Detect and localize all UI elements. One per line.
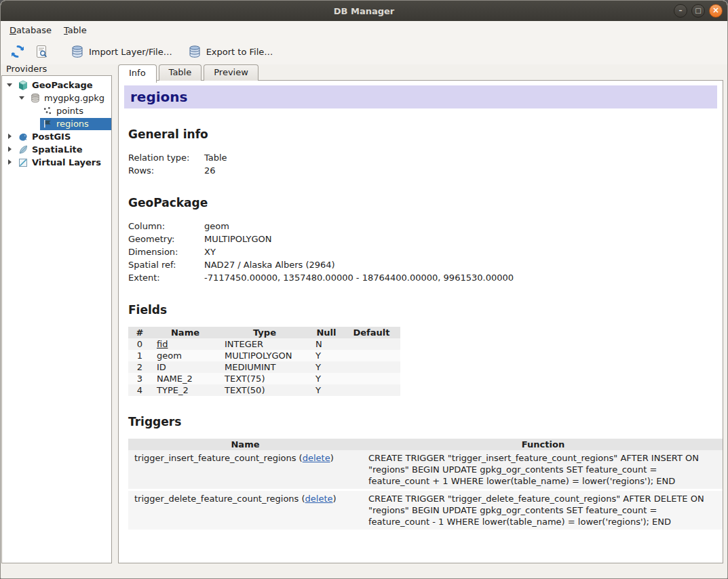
tree-item-label: mygpkg.gpkg xyxy=(44,93,104,103)
kv-value: NAD27 / Alaska Albers (2964) xyxy=(204,258,335,271)
triggers-header-row: Name Function xyxy=(128,439,723,450)
kv-value: Table xyxy=(204,151,227,164)
field-null: N xyxy=(310,338,343,350)
kv-row: Geometry: MULTIPOLYGON xyxy=(128,233,717,245)
refresh-icon xyxy=(9,43,26,60)
minimize-button[interactable]: – xyxy=(674,4,687,18)
field-row: 0 fid INTEGER N xyxy=(128,338,400,350)
expander-collapsed-icon[interactable] xyxy=(6,146,14,153)
tree-item-spatialite[interactable]: SpatiaLite xyxy=(2,143,111,156)
menu-table[interactable]: Table xyxy=(58,22,93,38)
providers-tree: GeoPackage mygpkg.gpkg xyxy=(1,75,112,563)
tab-info-label: Info xyxy=(129,68,146,78)
field-row: 1 geom MULTIPOLYGON Y xyxy=(128,350,400,361)
kv-label: Extent: xyxy=(128,271,204,284)
field-type: TEXT(50) xyxy=(219,384,310,396)
maximize-icon: □ xyxy=(695,7,701,14)
kv-value: MULTIPOLYGON xyxy=(204,233,272,245)
fields-heading: Fields xyxy=(128,303,717,317)
field-num: 0 xyxy=(128,338,151,350)
database-icon xyxy=(30,93,41,103)
field-null: Y xyxy=(310,373,343,384)
trigger-delete-link[interactable]: delete xyxy=(305,494,333,504)
db-manager-window: DB Manager – □ × Database Table xyxy=(0,0,728,579)
tree-item-label: PostGIS xyxy=(32,132,71,142)
kv-label: Dimension: xyxy=(128,245,204,258)
field-num: 3 xyxy=(128,373,151,384)
sql-window-icon xyxy=(35,45,49,59)
maximize-button[interactable]: □ xyxy=(691,4,705,18)
spatialite-icon xyxy=(18,144,28,155)
trigger-name: trigger_insert_feature_count_regions xyxy=(134,453,296,463)
kv-label: Relation type: xyxy=(128,151,204,164)
kv-value: geom xyxy=(204,220,229,233)
fields-table: # Name Type Null Default 0 fid INTEGER N… xyxy=(128,327,400,396)
field-num: 4 xyxy=(128,384,151,396)
minimize-icon: – xyxy=(679,7,683,14)
tree-item-postgis[interactable]: PostGIS xyxy=(2,130,111,143)
general-info-heading: General info xyxy=(128,127,717,141)
fields-col-name: Name xyxy=(151,327,219,338)
close-button[interactable]: × xyxy=(709,4,723,18)
field-default xyxy=(343,384,400,396)
tree-item-mygpkg[interactable]: mygpkg.gpkg xyxy=(2,92,111,104)
geopackage-heading: GeoPackage xyxy=(128,196,717,209)
expander-open-icon[interactable] xyxy=(6,81,14,89)
menu-database[interactable]: Database xyxy=(3,22,58,38)
tab-info[interactable]: Info xyxy=(118,64,157,83)
kv-value: XY xyxy=(204,245,216,258)
menu-database-rest: atabase xyxy=(16,25,52,35)
export-file-button[interactable]: Export to File… xyxy=(182,42,280,61)
field-num: 2 xyxy=(128,361,151,373)
menu-table-rest: able xyxy=(68,25,87,35)
expander-collapsed-icon[interactable] xyxy=(6,133,14,140)
field-null: Y xyxy=(310,384,343,396)
trigger-delete-link[interactable]: delete xyxy=(303,453,330,463)
sql-window-button[interactable] xyxy=(31,41,52,62)
field-type: MULTIPOLYGON xyxy=(219,350,310,361)
tree-item-geopackage[interactable]: GeoPackage xyxy=(2,79,111,92)
tab-table[interactable]: Table xyxy=(159,64,202,81)
postgis-icon xyxy=(18,132,28,142)
titlebar[interactable]: DB Manager – □ × xyxy=(1,1,727,21)
field-type: INTEGER xyxy=(219,338,310,350)
tree-item-points[interactable]: points xyxy=(2,104,111,117)
kv-row: Spatial ref: NAD27 / Alaska Albers (2964… xyxy=(128,258,717,271)
paren-close: ) xyxy=(330,453,334,463)
point-layer-icon xyxy=(42,106,53,116)
export-file-label: Export to File… xyxy=(206,47,273,57)
info-panel: regions General info Relation type: Tabl… xyxy=(118,80,723,563)
geopackage-list: Column: geom Geometry: MULTIPOLYGON Dime… xyxy=(128,220,717,284)
database-import-icon xyxy=(71,45,84,58)
field-type: TEXT(75) xyxy=(219,373,310,384)
field-name: geom xyxy=(151,350,219,361)
tree-item-virtual-layers[interactable]: Virtual Layers xyxy=(2,156,111,169)
field-name: ID xyxy=(151,361,219,373)
field-default xyxy=(343,373,400,384)
import-layer-button[interactable]: Import Layer/File… xyxy=(64,42,178,61)
fields-header-row: # Name Type Null Default xyxy=(128,327,400,338)
fields-col-default: Default xyxy=(343,327,400,338)
window-title: DB Manager xyxy=(334,6,395,16)
field-type: MEDIUMINT xyxy=(219,361,310,373)
kv-row: Column: geom xyxy=(128,220,717,233)
kv-label: Geometry: xyxy=(128,233,204,245)
tree-item-label: regions xyxy=(56,119,89,129)
page-title: regions xyxy=(124,85,717,108)
tree-item-label: SpatiaLite xyxy=(32,144,83,155)
kv-label: Spatial ref: xyxy=(128,258,204,271)
database-export-icon xyxy=(188,45,202,58)
tree-item-regions[interactable]: regions xyxy=(2,117,111,130)
kv-row: Rows: 26 xyxy=(128,164,717,177)
field-row: 3 NAME_2 TEXT(75) Y xyxy=(128,373,400,384)
paren-close: ) xyxy=(333,494,337,504)
tab-preview[interactable]: Preview xyxy=(204,64,258,81)
expander-collapsed-icon[interactable] xyxy=(6,159,14,166)
field-name: TYPE_2 xyxy=(151,384,219,396)
virtual-layers-icon xyxy=(18,157,28,168)
refresh-button[interactable] xyxy=(7,41,28,62)
tree-item-label: GeoPackage xyxy=(32,80,93,90)
field-row: 2 ID MEDIUMINT Y xyxy=(128,361,400,373)
geopackage-icon xyxy=(18,80,28,91)
expander-open-icon[interactable] xyxy=(18,94,26,102)
